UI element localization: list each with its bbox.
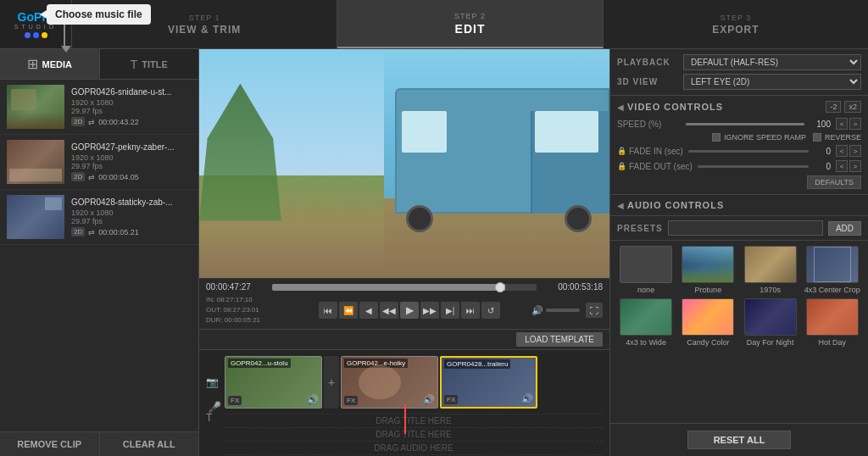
add-clip-button[interactable]: + — [324, 356, 339, 409]
timeline-clip-1[interactable]: GOPR042...u-stolu FX 🔊 — [225, 356, 322, 409]
media-tab-label: MEDIA — [42, 59, 72, 70]
reverse-checkbox[interactable]: REVERSE — [813, 133, 861, 142]
clip3-audio-icon: 🔊 — [521, 393, 533, 404]
speed-more-button[interactable]: > — [849, 118, 861, 130]
media-name-3: GOPR0428-staticky-zab-... — [71, 197, 192, 207]
reverse-label: REVERSE — [825, 133, 861, 142]
next-frame-button[interactable]: ▶| — [441, 302, 459, 319]
presets-label: PRESETS — [617, 224, 663, 233]
fade-in-value: 0 — [814, 147, 831, 156]
playback-section: PLAYBACK DEFAULT (HALF-RES) 3D VIEW LEFT… — [610, 49, 868, 96]
badge-2d-3: 2D — [71, 227, 85, 236]
fade-in-label: 🔒 FADE IN (sec) — [617, 147, 683, 156]
time-end: 00:00:53:18 — [543, 282, 603, 292]
chevron-audio-icon: ◀ — [617, 201, 624, 210]
time-slider[interactable] — [272, 284, 537, 291]
tab-edit[interactable]: STEP 2 EDIT — [337, 0, 603, 48]
preset-label-candy: Candy Color — [687, 338, 729, 347]
header: Choose music file GoPro STUDIO STEP 1 VI… — [0, 0, 868, 49]
fade-out-less[interactable]: < — [836, 160, 848, 172]
preset-none[interactable]: none — [617, 246, 675, 294]
left-tabs: ⊞ MEDIA T TITLE — [0, 49, 198, 80]
fade-in-more[interactable]: > — [849, 145, 861, 157]
skip-start-button[interactable]: ⏮ — [319, 302, 337, 319]
dot-blue2 — [33, 32, 39, 38]
ignore-speed-ramp-checkbox[interactable]: IGNORE SPEED RAMP — [712, 133, 806, 142]
media-item[interactable]: GOPR0427-pekny-zaber-... 1920 x 1080 29.… — [0, 135, 198, 190]
badge-2d-1: 2D — [71, 117, 85, 126]
logo-area: Choose music file GoPro STUDIO — [0, 0, 72, 48]
step-forward-button[interactable]: ▶▶ — [420, 302, 439, 319]
preset-thumb-protune — [682, 246, 734, 283]
media-tab[interactable]: ⊞ MEDIA — [0, 49, 100, 79]
media-item[interactable]: GOPR0428-staticky-zab-... 1920 x 1080 29… — [0, 190, 198, 245]
fade-in-slider[interactable] — [688, 150, 809, 153]
fade-in-less[interactable]: < — [836, 145, 848, 157]
speed-step-minus[interactable]: -2 — [826, 101, 841, 113]
view-3d-select[interactable]: LEFT EYE (2D) — [683, 74, 861, 90]
preset-label-hotday: Hot Day — [819, 338, 847, 347]
preset-candy[interactable]: Candy Color — [679, 298, 737, 347]
defaults-button[interactable]: DEFAULTS — [807, 175, 861, 189]
fade-out-more[interactable]: > — [849, 160, 861, 172]
presets-search-input[interactable] — [668, 220, 823, 236]
timeline-clip-3[interactable]: GOPR0428...traileru FX 🔊 — [440, 356, 537, 409]
clear-all-button[interactable]: CLEAR ALL — [100, 432, 199, 456]
preset-4x3wide[interactable]: 4x3 to Wide — [617, 298, 675, 347]
speed-less-button[interactable]: < — [836, 118, 848, 130]
speed-slider[interactable] — [686, 123, 804, 125]
load-template-button[interactable]: LOAD TEMPLATE — [516, 332, 603, 347]
preset-label-4x3center: 4x3 Center Crop — [804, 286, 860, 294]
clip3-fx: FX — [444, 395, 458, 404]
step2-label: STEP 2 — [454, 12, 486, 20]
thumb-3 — [7, 195, 64, 239]
presets-grid: none Protune 1970s — [610, 241, 868, 352]
preset-1970s[interactable]: 1970s — [742, 246, 799, 294]
timeline-clip-2[interactable]: GOPR042...e-holky FX 🔊 — [341, 356, 438, 409]
right-bottom: RESET ALL — [610, 423, 868, 456]
preset-daynight[interactable]: Day For Night — [742, 298, 799, 347]
speed-step-plus[interactable]: x2 — [844, 101, 861, 113]
drag-zone-1: DRAG TITLE HERE — [225, 414, 603, 427]
fullscreen-button[interactable]: ⛶ — [586, 303, 603, 318]
loop-button[interactable]: ↺ — [481, 302, 500, 319]
add-preset-button[interactable]: ADD — [828, 221, 861, 236]
playback-select[interactable]: DEFAULT (HALF-RES) — [683, 54, 861, 70]
tab-export[interactable]: STEP 3 EXPORT — [604, 0, 868, 48]
preset-protune[interactable]: Protune — [679, 246, 737, 294]
speed-label: SPEED (%) — [617, 120, 681, 129]
center-panel: 00:00:47:27 00:00:53:18 IN: 08:27:17:10 … — [199, 49, 609, 456]
video-controls-section: ◀ VIDEO CONTROLS -2 x2 SPEED (%) 100 < > — [610, 96, 868, 195]
step1-name: VIEW & TRIM — [168, 24, 241, 36]
audio-controls-label: AUDIO CONTROLS — [627, 200, 724, 210]
step3-label: STEP 3 — [720, 14, 751, 22]
remove-clip-button[interactable]: REMOVE CLIP — [0, 432, 100, 456]
audio-controls-section: ◀ AUDIO CONTROLS PRESETS ADD none — [610, 195, 868, 456]
drag-zone-3: DRAG AUDIO HERE — [225, 441, 603, 454]
timeline: LOAD TEMPLATE 📷 GOPR042...u-stolu FX 🔊 +… — [199, 329, 609, 456]
skip-end-button[interactable]: ⏭ — [461, 302, 480, 319]
drag-zone-2: DRAG TITLE HERE — [225, 427, 603, 441]
video-preview — [199, 49, 609, 278]
preset-hotday[interactable]: Hot Day — [804, 298, 861, 347]
media-fps-2: 29.97 fps — [71, 162, 192, 170]
arrow-icon-1: ⇄ — [88, 118, 95, 126]
prev-frame-button[interactable]: ⏪ — [339, 302, 358, 319]
fade-out-slider[interactable] — [698, 165, 809, 168]
volume-area: 🔊 — [531, 305, 580, 316]
media-tab-icon: ⊞ — [27, 56, 38, 72]
title-icon: T — [206, 412, 212, 424]
volume-slider[interactable] — [546, 309, 580, 312]
title-tab[interactable]: T TITLE — [100, 49, 199, 79]
media-item[interactable]: GOPR0426-snidane-u-st... 1920 x 1080 29.… — [0, 80, 198, 135]
rewind-button[interactable]: ◀◀ — [380, 302, 398, 319]
video-controls-label: VIDEO CONTROLS — [627, 102, 822, 112]
step-back-button[interactable]: ◀ — [359, 302, 378, 319]
reset-all-button[interactable]: RESET ALL — [687, 431, 792, 449]
main-layout: ⊞ MEDIA T TITLE GOPR0426-snidane-u-st...… — [0, 49, 868, 456]
step1-label: STEP 1 — [189, 14, 220, 22]
play-button[interactable]: ▶ — [400, 302, 419, 319]
preset-4x3center[interactable]: 4x3 Center Crop — [804, 246, 861, 294]
preset-label-none: none — [637, 286, 654, 294]
ignore-speed-ramp-label: IGNORE SPEED RAMP — [724, 133, 806, 142]
